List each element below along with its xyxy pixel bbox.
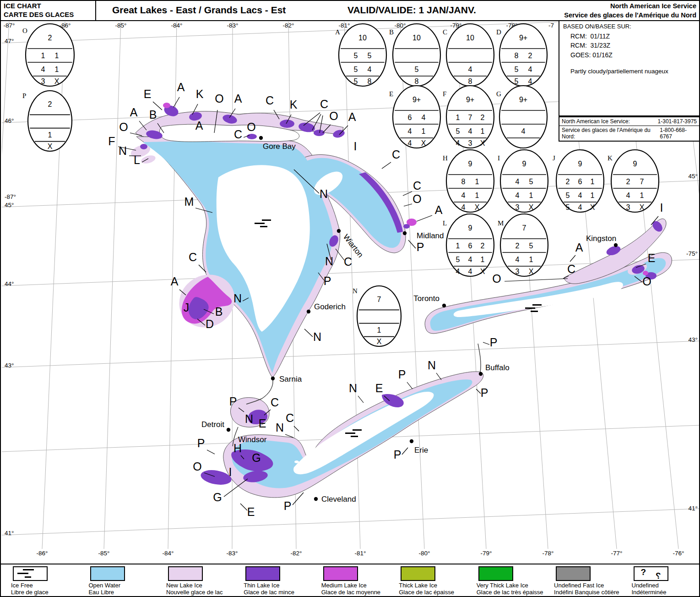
egg-value: 5	[354, 52, 358, 60]
legend-item: Thick Lake IceGlace de lac épaisse	[389, 564, 466, 596]
lake-erie-ice-free	[293, 392, 434, 474]
ice-free-bar	[262, 219, 271, 221]
grid-label: -81°	[355, 550, 366, 557]
egg-value: 1	[481, 127, 485, 135]
egg-outline	[499, 86, 547, 148]
grid-label: -82°	[291, 550, 302, 557]
egg-value: 3	[516, 203, 520, 211]
legend-swatch	[323, 566, 358, 581]
grid-label: 45°	[5, 202, 14, 208]
grid-label: -78°	[543, 550, 554, 557]
contact-label-en: North American Ice Service:	[562, 118, 630, 125]
egg-value: 1	[591, 192, 595, 199]
egg-value: 8	[368, 77, 372, 85]
city-dot	[614, 243, 618, 247]
legend-label-fr: Indéterminée	[632, 589, 699, 596]
egg-value: X	[48, 142, 53, 150]
city-label: Erie	[414, 446, 428, 455]
city-label: Windsor	[238, 435, 267, 444]
parallel-line	[1, 509, 700, 535]
egg-value: 8	[468, 77, 472, 85]
egg-value: 9+	[466, 96, 474, 104]
egg-value: 7	[377, 296, 381, 303]
egg-value: 5	[529, 242, 533, 250]
egg-value: 9	[522, 160, 526, 168]
ice-patch	[163, 103, 170, 108]
egg-value: 2	[626, 178, 630, 186]
region-letter: E	[648, 252, 656, 264]
ice-free-bar	[25, 576, 31, 578]
region-letter: L	[134, 153, 140, 166]
grid-label: -82°	[283, 22, 294, 29]
region-letter: C	[392, 148, 400, 161]
question-mark: ?	[641, 567, 646, 577]
based-on-title: BASED ON/BASEE SUR:	[563, 23, 695, 30]
region-letter: N	[313, 330, 321, 343]
agency-name: North American Ice Service Service des g…	[564, 1, 696, 20]
leader-line	[570, 255, 575, 262]
egg-value: 9	[468, 160, 472, 168]
region-letter: P	[398, 368, 406, 381]
egg-value: 4	[578, 203, 582, 211]
city-dot	[337, 229, 341, 233]
grid-label: 45°	[689, 173, 698, 180]
egg-value: 10	[466, 34, 474, 42]
ice-chart-page: EAKOACKCOAABOACOFNLICCOAPNMCAJBDNNCPNPCN…	[0, 0, 700, 597]
egg-code-I: I945413X	[498, 150, 548, 212]
egg-value: 5	[566, 203, 570, 211]
egg-code-D: D9+825454	[496, 24, 547, 86]
grid-label: -84°	[163, 550, 174, 557]
egg-value: 9	[578, 160, 582, 168]
legend-bar: Ice FreeLibre de glaceOpen WaterEau Libr…	[1, 564, 699, 596]
egg-code-C: C1048	[443, 24, 494, 86]
egg-value: X	[640, 203, 645, 211]
egg-value: X	[421, 139, 426, 147]
egg-letter: M	[498, 219, 504, 227]
egg-code-O: O211413X	[22, 24, 74, 86]
source-line: RCM: 01/11Z	[570, 32, 695, 41]
grid-label: -87°	[4, 22, 15, 29]
egg-value: 1	[422, 127, 426, 135]
parallel-line	[1, 341, 700, 367]
egg-letter: B	[389, 28, 394, 36]
egg-value: 5	[354, 66, 358, 73]
region-letter: B	[149, 108, 157, 121]
leader-line	[174, 97, 179, 107]
egg-value: 4	[456, 268, 460, 275]
ice-free-bar	[525, 307, 535, 309]
egg-value: 5	[415, 66, 419, 73]
grid-label: -7	[548, 22, 554, 29]
region-letter: E	[375, 382, 383, 394]
legend-item: Undefined Fast IceIndéfini Banquise côti…	[544, 564, 621, 596]
egg-value: 5	[515, 77, 519, 85]
egg-outline	[393, 86, 440, 148]
egg-value: 4	[516, 192, 520, 199]
region-letter: O	[215, 92, 223, 105]
leader-line	[304, 329, 313, 337]
ice-free-bar	[353, 429, 362, 431]
egg-value: 5	[354, 77, 358, 85]
egg-value: 2	[48, 100, 52, 108]
egg-code-L: L916254144X	[443, 214, 494, 276]
region-letter: C	[234, 128, 242, 141]
grid-label: -75°	[686, 250, 698, 257]
legend-label-en: Medium Lake Ice	[321, 582, 389, 589]
egg-value: 1	[475, 178, 479, 186]
question-mark: ?	[656, 571, 661, 581]
egg-value: X	[529, 203, 534, 211]
agency-name-en: North American Ice Service	[564, 1, 696, 11]
ice-patch	[294, 460, 299, 463]
region-letter: I	[229, 466, 232, 478]
grid-label: 44°	[5, 280, 14, 287]
egg-value: 9+	[412, 96, 421, 104]
legend-swatch	[401, 566, 435, 581]
egg-letter: C	[443, 28, 447, 36]
egg-value: 1	[55, 52, 59, 60]
source-line: GOES: 01/16Z	[570, 50, 695, 60]
region-letter: J	[184, 301, 190, 314]
grid-label: -77°	[611, 550, 623, 557]
grid-label: -79°	[481, 550, 492, 557]
region-letter: O	[412, 192, 421, 205]
page-title: Great Lakes - East / Grands Lacs - Est	[112, 5, 286, 16]
egg-value: 4	[468, 66, 472, 73]
